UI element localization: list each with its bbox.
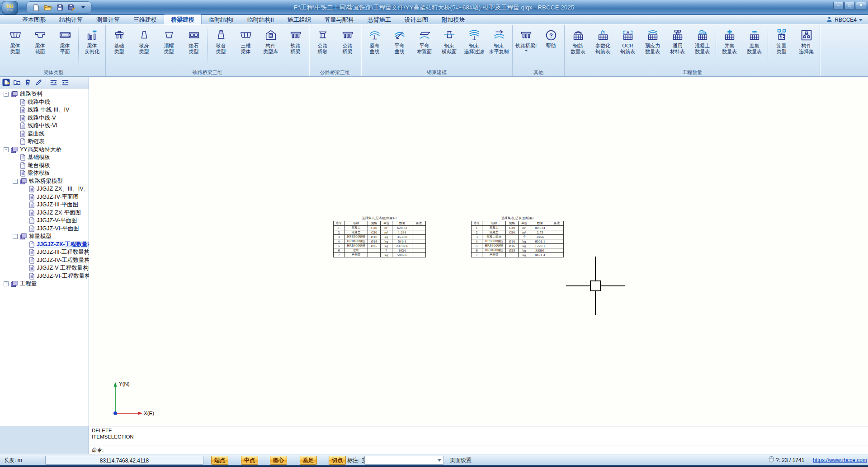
ribbon-button-hcurve[interactable]: 平弯 曲线 — [387, 25, 412, 69]
ribbon-button-foundation-type[interactable]: 基础 类型 — [107, 25, 132, 69]
tree-item[interactable]: 梁体模板 — [0, 169, 89, 177]
pier-type-icon — [137, 27, 151, 43]
tree-item[interactable]: 线路中线-VI — [0, 122, 89, 130]
tree-item[interactable]: 线路中线-V — [0, 114, 89, 122]
ribbon-button-beam-plan[interactable]: 梁体 平面 — [52, 25, 77, 69]
ribbon-button-calc-type[interactable]: 算量 类型 — [769, 25, 794, 69]
tab-11[interactable]: 附加模块 — [435, 15, 472, 24]
tab-1[interactable]: 结构计算 — [52, 15, 90, 24]
snap-toggle-2[interactable]: 圆心 — [270, 456, 287, 465]
tree-item[interactable]: JJGJZ-VI-平面图 — [0, 225, 89, 233]
ribbon-button-pad-type[interactable]: 垫石 类型 — [181, 25, 206, 69]
edit-item-button[interactable] — [35, 79, 42, 86]
ribbon-button-comp-select[interactable]: 构件 选择集 — [794, 25, 819, 69]
website-link[interactable]: https://www.rbcce.com — [813, 456, 867, 465]
tree-item[interactable]: 基础模板 — [0, 154, 89, 162]
minimize-button[interactable]: − — [833, 2, 844, 10]
tab-4[interactable]: 桥梁建模 — [164, 14, 202, 24]
ribbon-button-t-concrete[interactable]: 混凝土 数量表 — [690, 25, 715, 69]
ribbon-button-vcurve[interactable]: 竖弯 曲线 — [362, 25, 387, 69]
tree-item[interactable]: 线路 中线-III、IV — [0, 106, 89, 114]
tree-expander[interactable]: - — [4, 147, 9, 152]
snap-toggle-3[interactable]: 垂足 — [300, 456, 317, 465]
ribbon-button-component-lib[interactable]: 构件 类型库 — [258, 25, 283, 69]
ribbon-button-beam-instance[interactable]: 梁体 实例化 — [80, 25, 104, 69]
tab-7[interactable]: 施工组织 — [281, 15, 318, 24]
tree-item[interactable]: JJGJZ-IV-工程数量构件 — [0, 257, 89, 265]
drawing-canvas[interactable]: Y(N) X(E) 选择集-汇总表(图纸量)-1 序号名称规格单位数量备注1混凝… — [89, 77, 868, 426]
tab-0[interactable]: 基本图形 — [15, 15, 52, 24]
command-window[interactable]: DELETEITEMSELECTION 命令: — [89, 426, 868, 454]
ribbon-button-t-rebar[interactable]: 钢筋 数量表 — [566, 25, 590, 69]
tree-expander[interactable]: + — [4, 281, 9, 286]
ribbon-button-rail-bridge[interactable]: 铁路 桥梁 — [283, 25, 308, 69]
ribbon-button-pierstack-type[interactable]: 墩台 类型 — [208, 25, 233, 69]
ribbon-button-beam-cross[interactable]: 梁体 截面 — [28, 25, 52, 69]
tree-item[interactable]: JJGJZ-V-平面图 — [0, 217, 89, 225]
document-icon — [20, 170, 26, 177]
tab-3[interactable]: 三维建模 — [127, 15, 164, 24]
tree-expander[interactable]: - — [4, 92, 9, 97]
t-ocr-icon: A — [621, 27, 635, 43]
command-prompt[interactable]: 命令: — [89, 445, 868, 455]
tree-item[interactable]: JJGJZ-V-工程数量构件 — [0, 264, 89, 272]
ribbon-button-t-union[interactable]: 并集 数量表 — [717, 25, 742, 69]
maximize-button[interactable]: □ — [844, 2, 855, 10]
add-item-button[interactable] — [2, 79, 10, 86]
tree-item[interactable]: 线路中线 — [0, 98, 89, 107]
tree-item[interactable]: JJGJZ-IV-平面图 — [0, 193, 89, 201]
snap-toggle-4[interactable]: 切点 — [329, 456, 346, 465]
tree-item[interactable]: 断链表 — [0, 138, 89, 146]
tree-item[interactable]: JJGJZ-III-平面图 — [0, 201, 89, 209]
ribbon-button-tendon-copy[interactable]: 钢束 水平复制 — [486, 25, 511, 69]
tree-item[interactable]: 竖曲线 — [0, 130, 89, 138]
close-button[interactable]: × — [856, 2, 866, 10]
tree-item[interactable]: JJGJZ-VI-工程数量构件 — [0, 272, 89, 280]
tree-item[interactable]: 墩台模板 — [0, 162, 89, 170]
tree-item[interactable]: JJGJZ-ZX-平面图 — [0, 209, 89, 217]
tab-9[interactable]: 悬臂施工 — [361, 15, 398, 24]
user-account-chip[interactable]: RBCCE4 — [826, 16, 863, 24]
ribbon-button-rail-bridge-1[interactable]: 铁路桥梁I — [514, 25, 538, 69]
tree-item[interactable]: JJGJZ-ZX-工程数量构件 — [0, 241, 89, 249]
ribbon-button-t-material[interactable]: 通用 材料表 — [665, 25, 690, 69]
t-fx-icon: fx — [596, 27, 610, 43]
tree-item[interactable]: - 算量模型 — [0, 233, 89, 241]
page-setup-button[interactable]: 页面设置 — [450, 456, 472, 465]
ribbon-button-t-ocr[interactable]: A OCR 钢筋表 — [615, 25, 640, 69]
expand-all-button[interactable] — [49, 79, 58, 86]
ribbon-button-t-fx[interactable]: fx 参数化 钢筋表 — [590, 25, 615, 69]
ribbon-button-beam3d[interactable]: 三维 梁体 — [233, 25, 258, 69]
tree-item[interactable]: - 铁路桥梁模型 — [0, 177, 89, 186]
tree-item[interactable]: - 线路资料 — [0, 90, 89, 98]
tree-item[interactable]: - YY高架站特大桥 — [0, 146, 89, 154]
tab-10[interactable]: 设计出图 — [398, 15, 435, 24]
ribbon-button-tendon-cross[interactable]: 钢束 横截面 — [437, 25, 462, 69]
ribbon-button-tendon-filter[interactable]: 钢束 选择过滤 — [462, 25, 486, 69]
tree-item[interactable]: JJGJZ-ZX、III、IV、V、VI — [0, 185, 89, 193]
ribbon-button-road-pier[interactable]: 公路 桥墩 — [310, 25, 335, 69]
delete-item-button[interactable] — [24, 79, 32, 86]
tree-item[interactable]: JJGJZ-III-工程数量构件 — [0, 248, 89, 257]
snap-toggle-1[interactable]: 中点 — [241, 456, 258, 465]
snap-toggle-0[interactable]: 端点 — [211, 456, 228, 465]
tree-expander[interactable]: - — [13, 234, 18, 239]
document-icon — [29, 201, 35, 208]
tab-6[interactable]: 临时结构II — [241, 15, 281, 24]
ribbon-button-help[interactable]: ? 帮助 — [538, 25, 563, 69]
ribbon-button-pier-type[interactable]: 墩身 类型 — [132, 25, 156, 69]
tab-5[interactable]: 临时结构I — [202, 15, 241, 24]
tree-item[interactable]: + 工程量 — [0, 280, 89, 288]
ribbon-button-t-diff[interactable]: 差集 数量表 — [742, 25, 767, 69]
ribbon-button-beam-type[interactable]: 梁体 类型 — [3, 25, 28, 69]
annotation-select[interactable] — [364, 456, 444, 465]
tab-8[interactable]: 算量与配料 — [318, 15, 361, 24]
ribbon-button-t-prestress[interactable]: 预应力 数量表 — [640, 25, 665, 69]
add-folder-button[interactable] — [13, 79, 21, 86]
ribbon-button-hplane[interactable]: 平弯 布置面 — [412, 25, 437, 69]
ribbon-button-cap-type[interactable]: 顶帽 类型 — [156, 25, 181, 69]
ribbon-button-road-bridge[interactable]: 公路 桥梁 — [335, 25, 360, 69]
collapse-all-button[interactable] — [61, 79, 70, 86]
tree-expander[interactable]: - — [13, 179, 18, 184]
tab-2[interactable]: 测量计算 — [90, 15, 127, 24]
